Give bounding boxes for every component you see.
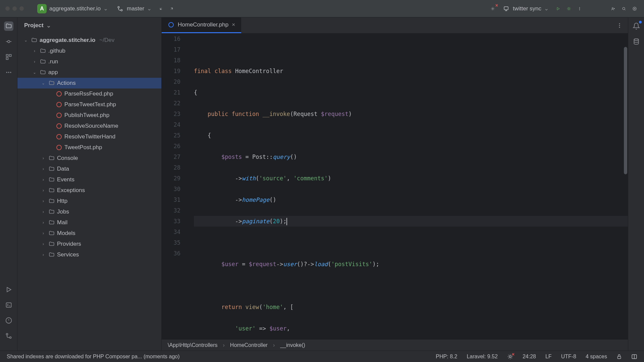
status-lock-icon[interactable] [616,354,622,359]
svg-point-5 [568,8,570,9]
tree-file[interactable]: ResolveSourceName [17,121,161,131]
chevron-right-icon[interactable]: › [40,209,46,214]
run-icon[interactable] [554,5,562,13]
close-window-icon[interactable] [5,6,10,11]
project-selector[interactable]: A aggregate.stitcher.io ⌄ [35,3,111,15]
status-encoding[interactable]: UTF-8 [561,354,576,360]
project-tool-icon[interactable] [4,21,13,31]
tree-label: Mail [57,219,67,226]
chevron-right-icon[interactable]: › [40,167,46,171]
tree-folder[interactable]: › Http [17,196,161,206]
tree-root[interactable]: ⌄ aggregate.stitcher.io ~/Dev [17,35,161,46]
code-content[interactable]: final class HomeController { public func… [187,34,628,339]
svg-rect-15 [6,58,8,60]
more-tool-icon[interactable] [4,68,13,77]
tree-folder-actions[interactable]: ⌄ Actions [17,78,161,88]
chevron-right-icon[interactable]: › [40,252,46,257]
vcs-tool-icon[interactable] [4,331,13,341]
push-icon[interactable] [168,5,176,13]
problems-tool-icon[interactable] [4,316,13,325]
status-message[interactable]: Shared indexes are downloaded for PHP Co… [7,354,180,360]
php-class-icon [56,112,62,119]
search-icon[interactable] [620,5,628,13]
run-tool-icon[interactable] [4,285,13,294]
tree-folder[interactable]: › Services [17,249,161,260]
svg-rect-20 [6,303,11,307]
chevron-right-icon[interactable]: › [40,199,46,203]
svg-point-2 [492,8,493,9]
chevron-right-icon[interactable]: › [40,220,46,225]
chevron-right-icon[interactable]: › [32,59,38,64]
run-config-selector[interactable]: twitter sync ⌄ [499,3,551,14]
tree-label: Providers [57,241,81,247]
status-problems-icon[interactable] [507,354,513,360]
tree-folder[interactable]: › Mail [17,217,161,228]
folder-icon [40,48,46,54]
status-indent[interactable]: 4 spaces [586,354,607,360]
project-panel-header[interactable]: Project ⌄ [17,17,161,34]
chevron-right-icon[interactable]: › [40,188,46,193]
database-tool-icon[interactable] [632,37,641,46]
tree-folder[interactable]: › Events [17,174,161,185]
more-icon[interactable] [576,5,584,13]
maximize-window-icon[interactable] [19,6,24,11]
tree-label: Services [57,251,79,258]
chevron-down-icon[interactable]: ⌄ [40,81,46,85]
folder-icon [48,230,55,237]
status-position[interactable]: 24:28 [523,354,536,360]
tree-file[interactable]: ParseRssFeed.php [17,88,161,99]
chevron-down-icon[interactable]: ⌄ [32,70,38,75]
tree-folder[interactable]: › Jobs [17,206,161,217]
close-icon[interactable]: × [232,21,235,28]
tree-folder[interactable]: › Providers [17,239,161,249]
php-class-icon [56,90,62,97]
window-controls [5,6,24,11]
notifications-icon[interactable] [632,21,641,31]
pull-icon[interactable] [157,5,165,13]
tree-folder[interactable]: › .run [17,56,161,67]
svg-point-22 [6,334,8,335]
line-gutter: 16 17 18 19 20 21 22 23 24 25 26 27 28 2… [162,34,187,339]
tree-file[interactable]: PublishTweet.php [17,110,161,121]
tab-more-icon[interactable] [611,17,628,33]
terminal-tool-icon[interactable] [4,300,13,310]
settings-icon[interactable] [631,5,639,13]
tree-file[interactable]: ParseTweetText.php [17,99,161,110]
code-with-me-icon[interactable] [609,5,617,13]
chevron-down-icon[interactable]: ⌄ [23,38,29,43]
commit-tool-icon[interactable] [4,37,13,46]
tree-folder[interactable]: › Exceptions [17,185,161,196]
tree-folder[interactable]: ⌄ app [17,67,161,78]
tree-file[interactable]: ResolveTwitterHand [17,131,161,142]
chevron-right-icon[interactable]: › [32,49,38,53]
status-php[interactable]: PHP: 8.2 [436,354,457,360]
tree-folder[interactable]: › Models [17,228,161,239]
editor-body[interactable]: Analyzing… 16 17 18 19 20 21 22 23 24 25… [162,34,628,339]
chevron-right-icon[interactable]: › [40,156,46,161]
vertical-scrollbar[interactable] [624,47,627,174]
svg-rect-13 [6,55,8,57]
breadcrumb-class[interactable]: HomeController [230,342,268,348]
status-reader-icon[interactable] [631,354,637,360]
chevron-right-icon[interactable]: › [40,177,46,182]
status-line-ending[interactable]: LF [545,354,552,360]
breadcrumb-namespace[interactable]: \App\Http\Controllers [168,342,218,348]
tree-file[interactable]: TweetPost.php [17,142,161,153]
tree-folder[interactable]: › Data [17,164,161,174]
tree-folder[interactable]: › .github [17,46,161,56]
tab-homecontroller[interactable]: HomeController.php × [162,17,241,33]
svg-point-26 [619,26,620,27]
tree-folder[interactable]: › Console [17,153,161,164]
chevron-right-icon: › [273,342,275,348]
structure-tool-icon[interactable] [4,52,13,62]
debug-icon[interactable] [565,5,573,13]
breadcrumb-method[interactable]: __invoke() [280,342,305,348]
chevron-down-icon: ⌄ [46,22,51,29]
tree-label: Data [57,166,69,172]
branch-selector[interactable]: master ⌄ [113,3,154,14]
chevron-right-icon[interactable]: › [40,231,46,236]
minimize-window-icon[interactable] [12,6,17,11]
chevron-right-icon[interactable]: › [40,242,46,246]
status-laravel[interactable]: Laravel: 9.52 [467,354,498,360]
build-icon[interactable] [489,5,497,13]
